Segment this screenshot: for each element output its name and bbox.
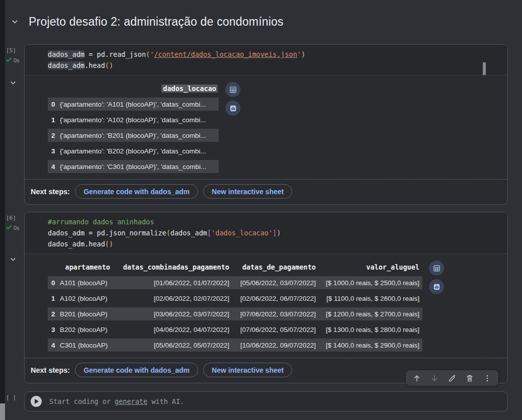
generate-code-button[interactable]: Generate code with dados_adm — [75, 363, 198, 377]
delete-cell-icon[interactable] — [465, 374, 474, 383]
execution-time: 0s — [14, 225, 20, 231]
code-editor[interactable]: dados_adm = pd.read_json('/content/dados… — [25, 45, 507, 75]
run-cell-play-icon[interactable] — [31, 396, 42, 407]
move-cell-down-icon[interactable] — [430, 374, 439, 383]
execution-status: 0s — [6, 224, 20, 231]
more-options-icon[interactable] — [483, 374, 492, 383]
success-check-icon — [6, 224, 12, 231]
table-row: 3B202 (blocoAP)[04/06/2022, 04/07/2022][… — [48, 323, 422, 336]
table-row: 1{'apartamento': 'A102 (blocoAP)', 'data… — [48, 113, 219, 126]
next-steps-label: Next steps: — [31, 366, 70, 374]
output-actions — [225, 82, 240, 176]
table-row: 4{'apartamento': 'C301 (blocoAP)', 'data… — [48, 160, 219, 173]
output-collapse-chevron-icon[interactable] — [10, 79, 17, 87]
table-row: 0{'apartamento': 'A101 (blocoAP)', 'data… — [48, 98, 219, 111]
generate-code-button[interactable]: Generate code with dados_adm — [75, 184, 198, 199]
move-cell-up-icon[interactable] — [412, 374, 421, 383]
table-row: 3{'apartamento': 'B202 (blocoAP)', 'data… — [48, 144, 219, 157]
code-cell-1: [5] 0s dados_adm = pd.read_json('/conten… — [5, 44, 508, 205]
dataframe-table: dados_locacao0{'apartamento': 'A101 (blo… — [48, 82, 219, 176]
generate-link[interactable]: generate — [115, 397, 147, 405]
next-steps-bar: Next steps: Generate code with dados_adm… — [25, 180, 507, 204]
table-header-row: dados_locacao — [48, 82, 219, 95]
table-row: 4C301 (blocoAP)[05/06/2022, 05/07/2022][… — [48, 339, 422, 352]
success-check-icon — [6, 56, 12, 64]
execution-count[interactable]: [6] — [6, 215, 16, 221]
cell-output: apartamentodatas_combinadas_pagamentodat… — [25, 254, 507, 354]
execution-count: [ ] — [6, 394, 16, 401]
notebook-area: Projeto desafio 2: administração de cond… — [5, 0, 522, 411]
table-header-row: apartamentodatas_combinadas_pagamentodat… — [48, 261, 422, 274]
bar-chart-icon[interactable] — [225, 101, 240, 116]
section-header: Projeto desafio 2: administração de cond… — [5, 0, 522, 30]
output-collapse-chevron-icon[interactable] — [10, 256, 17, 263]
ai-edit-pencil-icon[interactable] — [448, 374, 457, 383]
output-actions — [429, 261, 444, 354]
next-steps-label: Next steps: — [31, 188, 70, 196]
cell-output: dados_locacao0{'apartamento': 'A101 (blo… — [25, 75, 507, 176]
data-table-icon[interactable] — [429, 261, 444, 276]
file-path-link[interactable]: /content/dados_locacao_imoveis.json — [154, 50, 297, 58]
data-table-icon[interactable] — [225, 82, 240, 97]
table-row: 2{'apartamento': 'B201 (blocoAP)', 'data… — [48, 129, 219, 142]
code-cell-2: [6] 0s #arrumando dados aninhadosdados_a… — [5, 212, 508, 383]
code-placeholder[interactable]: Start coding or generate with AI. — [49, 397, 184, 405]
page-title: Projeto desafio 2: administração de cond… — [29, 15, 284, 29]
editor-scrollbar-thumb[interactable] — [483, 62, 486, 75]
page-scrollbar-track — [0, 0, 5, 420]
empty-code-cell: [ ] Start coding or generate with AI. — [5, 391, 508, 411]
table-row: 0A101 (blocoAP)[01/06/2022, 01/07/2022][… — [48, 276, 422, 289]
bar-chart-icon[interactable] — [429, 279, 444, 294]
cell-toolbar — [406, 370, 498, 386]
code-editor[interactable]: #arrumando dados aninhadosdados_adm = pd… — [25, 212, 507, 254]
table-row: 1A102 (blocoAP)[02/06/2022, 02/07/2022][… — [48, 292, 422, 305]
page-scrollbar-thumb[interactable] — [0, 403, 5, 420]
section-collapse-chevron-icon[interactable] — [11, 18, 19, 26]
new-interactive-sheet-button[interactable]: New interactive sheet — [203, 184, 292, 199]
table-row: 2B201 (blocoAP)[03/06/2022, 03/07/2022][… — [48, 307, 422, 320]
execution-status: 0s — [6, 56, 20, 64]
execution-time: 0s — [14, 57, 20, 63]
new-interactive-sheet-button[interactable]: New interactive sheet — [203, 363, 292, 377]
execution-count[interactable]: [5] — [6, 47, 16, 54]
dataframe-table: apartamentodatas_combinadas_pagamentodat… — [48, 261, 422, 354]
